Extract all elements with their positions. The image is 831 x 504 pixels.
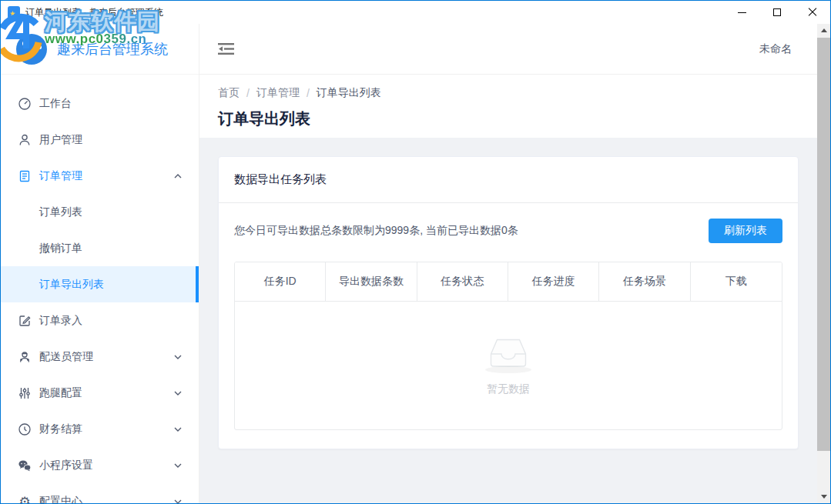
chevron-down-icon [174,355,182,359]
chevron-up-icon [174,174,182,179]
empty-inbox-icon [490,335,527,368]
sidebar-item-label: 配置中心 [39,495,82,504]
scroll-down-icon [821,495,827,499]
export-task-table: 任务ID 导出数据条数 任务状态 任务进度 任务场景 下载 [234,262,782,430]
refresh-list-button[interactable]: 刷新列表 [709,219,782,243]
sidebar-item-order-entry[interactable]: 订单录入 [1,302,199,339]
quota-text: 您今日可导出数据总条数限制为9999条, 当前已导出数据0条 [234,224,518,238]
sidebar-item-miniprogram-settings[interactable]: 小程序设置 [1,447,199,483]
sidebar-item-workbench[interactable]: 工作台 [1,85,199,122]
sidebar-menu: 工作台 用户管理 订单管理 [1,75,199,503]
scroll-up-icon [821,28,827,32]
column-header-export-count: 导出数据条数 [326,262,417,301]
sliders-icon [18,386,32,400]
column-header-task-progress: 任务进度 [508,262,599,301]
vertical-scrollbar[interactable] [817,24,830,503]
edit-icon [18,314,32,328]
card-body: 您今日可导出数据总条数限制为9999条, 当前已导出数据0条 刷新列表 任务ID… [219,203,798,449]
sidebar: 趣来后台管理系统 工作台 用户管理 [1,24,199,503]
chat-bubbles-icon [18,459,32,472]
empty-icon-shadow [485,366,531,373]
scrollbar-down-button[interactable] [817,490,830,503]
logo-icon [16,34,47,65]
sidebar-item-label: 工作台 [39,97,72,111]
table-header-row: 任务ID 导出数据条数 任务状态 任务进度 任务场景 下载 [235,262,782,302]
title-bar: 订单导出列表 - 趣来后台管理系统 [1,1,830,24]
sidebar-item-courier-management[interactable]: 配送员管理 [1,339,199,375]
chevron-down-icon [174,427,182,432]
app-window: 订单导出列表 - 趣来后台管理系统 河东软件园 www.pc0359.cn 趣来… [0,0,831,504]
card-title: 数据导出任务列表 [219,157,798,203]
breadcrumb-separator: / [307,87,310,99]
sidebar-logo: 趣来后台管理系统 [1,24,199,75]
column-header-task-id: 任务ID [235,262,326,301]
breadcrumb-home[interactable]: 首页 [218,86,240,100]
sidebar-item-finance-settlement[interactable]: 财务结算 [1,411,199,447]
menu-fold-icon[interactable] [218,42,234,55]
minimize-icon [738,12,746,13]
sidebar-item-label: 跑腿配置 [39,386,82,400]
window-controls [724,1,830,24]
minimize-button[interactable] [724,1,759,24]
maximize-button[interactable] [759,1,795,24]
breadcrumb-order-management[interactable]: 订单管理 [256,86,300,100]
main-area: 未命名 首页 / 订单管理 / 订单导出列表 订单导出列表 数据导出任务列表 [199,24,830,503]
chevron-down-icon [174,499,182,504]
dashboard-icon [18,97,32,111]
breadcrumb-current: 订单导出列表 [317,86,381,100]
breadcrumb-section: 首页 / 订单管理 / 订单导出列表 订单导出列表 [199,75,830,138]
sidebar-item-label: 小程序设置 [39,459,93,472]
sidebar-item-label: 订单导出列表 [39,278,104,292]
sidebar-item-order-export-list[interactable]: 订单导出列表 [1,266,199,302]
close-icon [808,8,817,17]
logo-title: 趣来后台管理系统 [57,40,168,58]
sidebar-item-label: 订单管理 [39,169,82,183]
table-empty-state: 暂无数据 [235,302,782,429]
export-task-card: 数据导出任务列表 您今日可导出数据总条数限制为9999条, 当前已导出数据0条 … [218,156,799,449]
sidebar-item-label: 订单录入 [39,314,82,328]
sidebar-item-config-center[interactable]: ⚙ 配置中心 [1,483,199,503]
maximize-icon [773,8,781,16]
courier-icon [18,350,32,364]
column-header-task-scene: 任务场景 [599,262,690,301]
content-area: 数据导出任务列表 您今日可导出数据总条数限制为9999条, 当前已导出数据0条 … [199,138,830,503]
sidebar-item-errand-config[interactable]: 跑腿配置 [1,375,199,411]
app-icon [8,6,20,18]
scrollbar-up-button[interactable] [817,24,830,37]
scrollbar-thumb[interactable] [817,38,830,451]
chevron-down-icon [174,391,182,396]
sidebar-item-order-list[interactable]: 订单列表 [1,194,199,230]
sidebar-item-label: 财务结算 [39,422,82,436]
user-icon [18,133,32,147]
chevron-down-icon [174,463,182,468]
quota-row: 您今日可导出数据总条数限制为9999条, 当前已导出数据0条 刷新列表 [234,219,782,243]
order-list-icon [18,169,32,183]
breadcrumb: 首页 / 订单管理 / 订单导出列表 [218,86,812,100]
breadcrumb-separator: / [246,87,250,99]
sidebar-item-label: 撤销订单 [39,242,82,255]
page-title: 订单导出列表 [218,108,812,129]
sidebar-item-label: 订单列表 [39,205,82,219]
user-label[interactable]: 未命名 [759,42,792,56]
column-header-task-status: 任务状态 [417,262,508,301]
sidebar-item-order-management[interactable]: 订单管理 [1,158,199,194]
column-header-download: 下载 [691,262,782,301]
sidebar-item-cancel-order[interactable]: 撤销订单 [1,230,199,266]
gear-icon: ⚙ [18,495,32,504]
sidebar-item-label: 用户管理 [39,133,82,147]
window-title: 订单导出列表 - 趣来后台管理系统 [25,6,163,19]
close-button[interactable] [795,1,830,24]
empty-text: 暂无数据 [487,382,530,396]
clock-icon [18,422,32,436]
sidebar-item-label: 配送员管理 [39,350,93,364]
sidebar-item-user-management[interactable]: 用户管理 [1,122,199,158]
top-header: 未命名 [199,24,830,75]
